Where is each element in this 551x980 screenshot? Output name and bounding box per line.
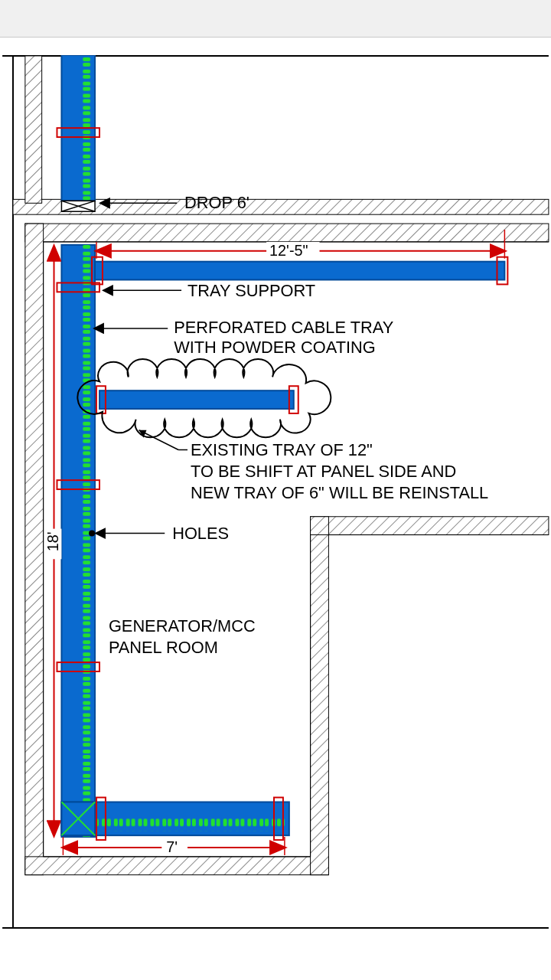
hole-marker [89,531,95,537]
svg-rect-47 [95,806,285,831]
label-room-1: GENERATOR/MCC [109,616,256,635]
label-existing-3: NEW TRAY OF 6" WILL BE REINSTALL [191,483,488,502]
cad-drawing: DROP 6' [0,55,551,936]
dimension-vertical: 18' [44,247,61,835]
wall-room-bottom [25,857,329,875]
wall-room-top [25,224,549,242]
wall-notch-top [311,517,549,535]
dim-bottom-text: 7' [166,838,178,855]
label-perforated-2: WITH POWDER COATING [174,338,376,357]
tray-top-horizontal [92,257,507,285]
label-perforated-1: PERFORATED CABLE TRAY [174,318,394,337]
tray-bottom-horizontal [61,798,289,841]
app-toolbar [0,0,551,38]
label-room-2: PANEL ROOM [109,638,218,657]
label-holes: HOLES [172,524,229,543]
label-tray-support: TRAY SUPPORT [187,281,315,300]
dim-vertical-text: 18' [44,532,61,552]
svg-rect-38 [99,390,294,409]
wall-notch-left [311,517,329,875]
wall-upper-left [25,56,42,203]
label-existing-1: EXISTING TRAY OF 12" [191,440,373,459]
label-existing-2: TO BE SHIFT AT PANEL SIDE AND [191,462,456,481]
svg-rect-25 [61,245,95,837]
leader-existing [139,430,187,450]
tray-existing [96,386,298,413]
tray-drop-marker [61,201,95,211]
svg-rect-30 [95,262,504,280]
tray-upper-vertical [57,55,99,201]
wall-room-left [25,224,44,875]
label-drop: DROP 6' [184,193,249,212]
dim-top-run-text: 12'-5" [269,242,308,259]
tray-main-vertical [61,245,95,837]
